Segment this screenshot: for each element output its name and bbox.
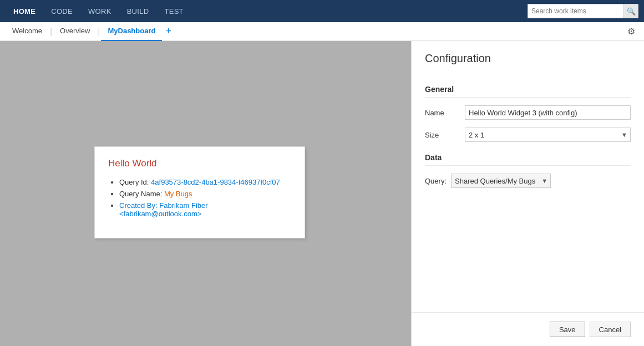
gear-icon[interactable]: ⚙ <box>624 26 638 37</box>
subnav-divider-2: | <box>98 27 100 37</box>
name-row: Name <box>425 105 631 120</box>
config-title: Configuration <box>412 41 644 74</box>
size-select-wrapper: 2 x 1 2 x 2 4 x 1 4 x 2 ▼ <box>465 128 631 142</box>
query-select-wrapper: Shared Queries/My Bugs Shared Queries/Al… <box>451 174 551 188</box>
nav-test[interactable]: TEST <box>156 0 191 22</box>
list-item: Created By: Fabrikam Fiber <fabrikam@out… <box>119 201 291 218</box>
subnav-mydashboard[interactable]: MyDashboard <box>101 22 162 41</box>
created-by-value: Created By: Fabrikam Fiber <fabrikam@out… <box>119 201 208 218</box>
subnav-overview[interactable]: Overview <box>53 22 97 41</box>
subnav-divider-1: | <box>50 27 52 37</box>
widget-title: Hello World <box>108 158 291 169</box>
top-nav-right: 🔍 <box>528 4 638 18</box>
sub-nav-left: Welcome | Overview | MyDashboard + <box>6 22 175 41</box>
nav-work[interactable]: WORK <box>80 0 119 22</box>
general-section-title: General <box>425 85 631 98</box>
widget-card: Hello World Query Id: 4af93573-8cd2-4ba1… <box>94 146 305 238</box>
size-label: Size <box>425 131 458 139</box>
search-input[interactable] <box>528 4 623 18</box>
subnav-add-button[interactable]: + <box>162 22 175 41</box>
query-id-label: Query Id: <box>119 178 151 186</box>
data-section-title: Data <box>425 153 631 166</box>
sub-nav: Welcome | Overview | MyDashboard + ⚙ <box>0 22 644 41</box>
top-nav: HOME CODE WORK BUILD TEST 🔍 <box>0 0 644 22</box>
list-item: Query Id: 4af93573-8cd2-4ba1-9834-f46937… <box>119 178 291 186</box>
sub-nav-right: ⚙ <box>624 26 638 37</box>
config-footer: Save Cancel <box>412 312 644 346</box>
query-row: Query: Shared Queries/My Bugs Shared Que… <box>425 174 631 188</box>
name-label: Name <box>425 109 458 117</box>
widget-list: Query Id: 4af93573-8cd2-4ba1-9834-f46937… <box>108 178 291 218</box>
main-area: Hello World Query Id: 4af93573-8cd2-4ba1… <box>0 41 644 346</box>
query-name-label: Query Name: <box>119 190 164 198</box>
nav-code[interactable]: CODE <box>43 0 80 22</box>
search-box: 🔍 <box>528 4 638 18</box>
config-panel: Configuration General Name Size 2 x 1 2 … <box>411 41 644 346</box>
nav-home[interactable]: HOME <box>6 0 43 22</box>
config-body: General Name Size 2 x 1 2 x 2 4 x 1 4 x … <box>412 74 644 196</box>
size-select[interactable]: 2 x 1 2 x 2 4 x 1 4 x 2 <box>465 128 631 142</box>
top-nav-left: HOME CODE WORK BUILD TEST <box>6 0 191 22</box>
name-input[interactable] <box>465 105 631 120</box>
query-select[interactable]: Shared Queries/My Bugs Shared Queries/Al… <box>451 174 551 188</box>
nav-build[interactable]: BUILD <box>119 0 157 22</box>
search-icon-button[interactable]: 🔍 <box>623 4 638 18</box>
query-label: Query: <box>425 177 447 185</box>
size-row: Size 2 x 1 2 x 2 4 x 1 4 x 2 ▼ <box>425 128 631 142</box>
query-name-value: My Bugs <box>164 190 192 198</box>
list-item: Query Name: My Bugs <box>119 190 291 198</box>
cancel-button[interactable]: Cancel <box>590 322 631 337</box>
subnav-welcome[interactable]: Welcome <box>6 22 49 41</box>
dashboard-area: Hello World Query Id: 4af93573-8cd2-4ba1… <box>0 41 411 346</box>
query-id-value: 4af93573-8cd2-4ba1-9834-f46937f0cf07 <box>151 178 280 186</box>
save-button[interactable]: Save <box>550 322 585 337</box>
